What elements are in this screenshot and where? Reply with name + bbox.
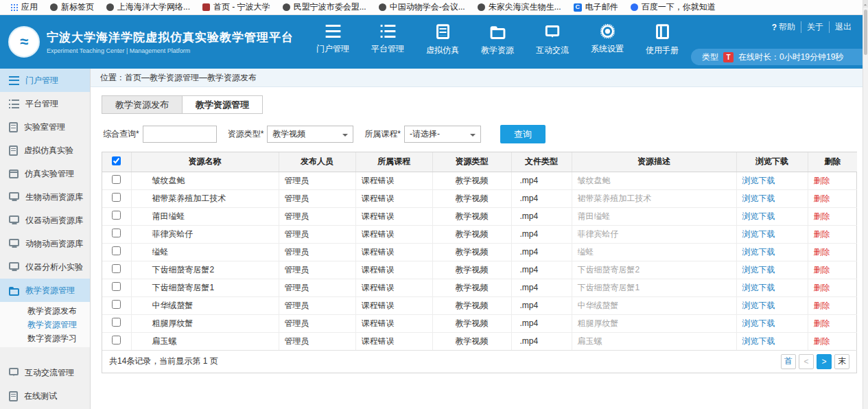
- nav-platform[interactable]: 平台管理: [368, 29, 408, 56]
- row-checkbox[interactable]: [112, 229, 121, 237]
- view-download-link[interactable]: 浏览下载: [742, 247, 775, 257]
- nav-settings[interactable]: 系统设置: [587, 29, 627, 56]
- nav-resources[interactable]: 教学资源: [478, 29, 517, 56]
- row-checkbox[interactable]: [112, 175, 121, 184]
- bookmark-item[interactable]: 朱家尖海滨生物生...: [471, 0, 567, 14]
- resource-type-select[interactable]: 教学视频: [267, 126, 353, 143]
- globe-icon: [50, 3, 58, 11]
- nav-simulation[interactable]: 虚拟仿真: [423, 29, 462, 56]
- sidebar-item-portal[interactable]: 门户管理: [0, 69, 90, 92]
- table-footer: 共14条记录，当前显示第 1 页 首<>末: [102, 351, 856, 373]
- bookmark-item[interactable]: 应用: [4, 0, 44, 14]
- delete-link[interactable]: 删除: [814, 283, 830, 292]
- bookmarks-bar: 应用新标签页上海海洋大学网络...首页 - 宁波大学民盟宁波市委会盟...中国动…: [0, 0, 868, 15]
- bookmark-label: 应用: [21, 1, 38, 13]
- delete-link[interactable]: 删除: [814, 194, 830, 203]
- view-download-link[interactable]: 浏览下载: [742, 336, 775, 346]
- row-checkbox[interactable]: [112, 318, 121, 327]
- delete-link[interactable]: 删除: [814, 247, 830, 257]
- view-download-link[interactable]: 浏览下载: [742, 283, 775, 292]
- bookmark-label: 民盟宁波市委会盟...: [294, 1, 366, 13]
- logout-link[interactable]: 退出: [829, 21, 857, 33]
- file-type: .mp4: [511, 207, 572, 225]
- row-checkbox[interactable]: [112, 300, 121, 309]
- sidebar-item-sim-exp[interactable]: 仿真实验管理: [0, 162, 90, 185]
- last-page-button[interactable]: 末: [834, 354, 849, 369]
- breadcrumb: 位置：首页—教学资源管理—教学资源发布: [91, 69, 868, 87]
- tab-res-manage[interactable]: 教学资源管理: [182, 95, 263, 114]
- search-button[interactable]: 查询: [500, 125, 546, 143]
- prev-page-button[interactable]: <: [799, 354, 814, 369]
- view-cell: 浏览下载: [736, 225, 808, 243]
- scrollbar-thumb[interactable]: [864, 10, 867, 55]
- view-download-link[interactable]: 浏览下载: [742, 229, 775, 239]
- bookmark-item[interactable]: 百度一下，你就知道: [624, 0, 722, 14]
- course: 课程错误: [355, 332, 432, 350]
- course-select[interactable]: -请选择-: [404, 126, 481, 143]
- row-checkbox[interactable]: [112, 282, 121, 291]
- delete-link[interactable]: 删除: [814, 265, 830, 274]
- bookmark-item[interactable]: 民盟宁波市委会盟...: [277, 0, 373, 14]
- row-checkbox[interactable]: [112, 246, 121, 255]
- sidebar-item-label: 仪器分析小实验: [25, 261, 83, 273]
- sidebar-item-teaching-res[interactable]: 教学资源管理: [0, 279, 90, 302]
- sidebar-item-instr-analysis[interactable]: 仪器分析小实验: [0, 255, 90, 279]
- sidebar-item-platform[interactable]: 平台管理: [0, 92, 90, 115]
- bookmark-item[interactable]: 中国动物学会-会议...: [373, 0, 471, 14]
- sidebar-item-label: 教学资源管理: [25, 285, 75, 296]
- sidebar-item-virtual-sim[interactable]: 虚拟仿真实验: [0, 139, 90, 162]
- publisher: 管理员: [279, 172, 355, 189]
- delete-link[interactable]: 删除: [814, 229, 830, 239]
- delete-cell: 删除: [808, 314, 857, 332]
- bookmark-item[interactable]: C电子邮件: [567, 0, 624, 14]
- delete-link[interactable]: 删除: [814, 176, 830, 185]
- next-page-button[interactable]: >: [817, 354, 832, 369]
- bookmark-item[interactable]: 首页 - 宁波大学: [196, 0, 277, 14]
- help-link[interactable]: ?帮助: [766, 21, 801, 33]
- sidebar-item-interaction[interactable]: 互动交流管理: [0, 361, 90, 384]
- course-label: 所属课程*: [364, 128, 401, 140]
- sidebar-subitem-res-manage[interactable]: 教学资源管理: [0, 318, 90, 331]
- view-download-link[interactable]: 浏览下载: [742, 301, 775, 310]
- row-checkbox[interactable]: [112, 193, 121, 202]
- bookmark-item[interactable]: 新标签页: [44, 0, 100, 14]
- delete-link[interactable]: 删除: [814, 301, 830, 310]
- col-header: 删除: [808, 152, 857, 172]
- bookmark-label: 上海海洋大学网络...: [117, 1, 190, 13]
- row-checkbox[interactable]: [112, 336, 121, 344]
- sidebar-item-animal-anim[interactable]: 动物动画资源库: [0, 232, 90, 255]
- sidebar-item-instr-anim[interactable]: 仪器动画资源库: [0, 209, 90, 232]
- view-download-link[interactable]: 浏览下载: [742, 318, 775, 328]
- delete-link[interactable]: 删除: [814, 336, 830, 346]
- select-all-checkbox[interactable]: [112, 156, 121, 165]
- tab-res-publish[interactable]: 教学资源发布: [102, 95, 183, 114]
- query-input[interactable]: [143, 126, 217, 143]
- view-cell: 浏览下载: [736, 261, 808, 279]
- sidebar-item-bio-anim[interactable]: 生物动画资源库: [0, 185, 90, 209]
- globe-icon: [283, 3, 290, 11]
- row-checkbox[interactable]: [112, 264, 121, 273]
- nav-manual[interactable]: 使用手册: [642, 29, 682, 56]
- publisher: 管理员: [279, 225, 355, 243]
- view-download-link[interactable]: 浏览下载: [742, 211, 775, 221]
- view-download-link[interactable]: 浏览下载: [742, 176, 775, 185]
- course: 课程错误: [355, 314, 432, 332]
- page-scrollbar[interactable]: [863, 0, 868, 409]
- view-download-link[interactable]: 浏览下载: [742, 265, 775, 274]
- bookmark-item[interactable]: 上海海洋大学网络...: [100, 0, 196, 14]
- sidebar-item-online-test[interactable]: 在线测试: [0, 384, 90, 408]
- sidebar-subitem-digital-learning[interactable]: 数字资源学习: [0, 331, 90, 345]
- resource-type: 教学视频: [432, 189, 511, 207]
- sidebar-item-lab[interactable]: 实验室管理: [0, 115, 90, 139]
- first-page-button[interactable]: 首: [781, 354, 796, 369]
- about-link[interactable]: 关于: [801, 21, 829, 33]
- sidebar-subitem-res-publish[interactable]: 教学资源发布: [0, 304, 90, 318]
- delete-link[interactable]: 删除: [814, 211, 830, 221]
- chevron-down-icon: [470, 134, 476, 139]
- nav-portal[interactable]: 门户管理: [313, 29, 353, 56]
- scroll-up-arrow-icon[interactable]: [863, 0, 868, 8]
- view-download-link[interactable]: 浏览下载: [742, 194, 775, 203]
- row-checkbox[interactable]: [112, 211, 121, 220]
- delete-link[interactable]: 删除: [814, 318, 830, 328]
- nav-interaction[interactable]: 互动交流: [532, 29, 572, 56]
